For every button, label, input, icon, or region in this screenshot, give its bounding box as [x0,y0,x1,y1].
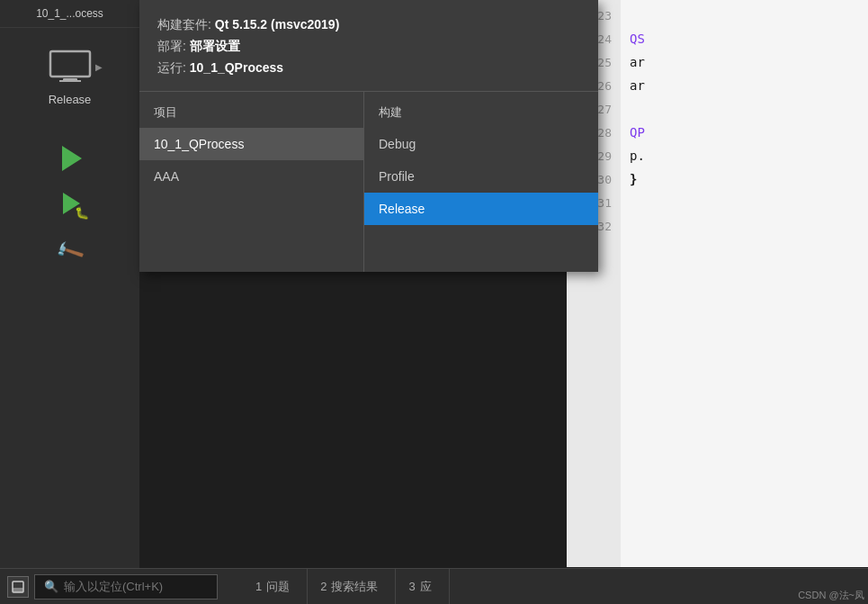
tab-label-problems: 问题 [266,579,290,595]
code-line-29: p. [630,144,859,167]
deploy-value: 部署设置 [190,39,240,53]
hammer-icon: 🔨 [53,236,85,268]
code-line-25: ar [630,50,859,74]
editor-area: 23 24 25 26 27 28 29 30 31 32 QS ar ar Q… [567,0,868,567]
tab-num-2: 2 [320,580,327,593]
code-line-30: } [630,167,859,191]
status-bar: 🔍 1 问题 2 搜索结果 3 应 CSDN @法~凤 [0,568,868,604]
chevron-right-icon: ▶ [95,62,103,72]
code-content[interactable]: QS ar ar QP p. } [621,0,868,567]
status-tab-app[interactable]: 3 应 [396,569,449,605]
builds-column: 构建 Debug Profile Release [364,92,598,272]
run-value: 10_1_QProcess [190,60,283,75]
code-line-31 [630,191,859,214]
deploy-prefix: 部署: [157,39,190,53]
code-line-23 [630,4,859,27]
search-bar[interactable]: 🔍 [34,574,218,599]
kit-info: 构建套件: Qt 5.15.2 (msvc2019) [157,14,580,36]
tab-label-app: 应 [420,579,432,595]
device-area: ▶ Release [0,28,139,115]
device-icon-container[interactable]: ▶ [43,44,97,89]
watermark: CSDN @法~凤 [794,587,868,604]
tab-num-1: 1 [255,580,262,593]
svg-rect-0 [50,51,90,77]
deploy-info: 部署: 部署设置 [157,36,580,58]
code-line-32 [630,214,859,238]
code-line-26: ar [630,74,859,97]
build-item-release[interactable]: Release [364,193,598,225]
status-tab-problems[interactable]: 1 问题 [243,569,308,605]
status-tab-search-results[interactable]: 2 搜索结果 [308,569,396,605]
run-button[interactable] [54,142,86,175]
bug-icon: 🐛 [75,206,89,220]
status-left: 🔍 [0,574,225,599]
release-mode-label: Release [49,93,92,106]
kit-prefix: 构建套件: [157,17,215,32]
play-icon [62,146,82,171]
build-item-debug[interactable]: Debug [364,128,598,160]
sidebar-actions: 🐛 🔨 [0,142,139,268]
build-config-popup: 构建套件: Qt 5.15.2 (msvc2019) 部署: 部署设置 运行: … [139,0,598,272]
status-tabs: 1 问题 2 搜索结果 3 应 [243,569,450,605]
popup-body: 项目 10_1_QProcess AAA 构建 Debug Profile Re… [139,92,598,272]
project-item-1[interactable]: AAA [139,160,363,193]
builds-col-header: 构建 [364,99,598,128]
build-item-profile[interactable]: Profile [364,160,598,193]
project-item-0[interactable]: 10_1_QProcess [139,128,363,160]
search-input[interactable] [64,580,208,593]
run-info: 运行: 10_1_QProcess [157,58,580,79]
build-button[interactable]: 🔨 [54,236,86,268]
code-line-24: QS [630,27,859,50]
search-icon: 🔍 [44,580,58,593]
project-label: 10_1_...ocess [0,0,139,28]
projects-col-header: 项目 [139,99,363,128]
run-prefix: 运行: [157,60,190,75]
panel-toggle-button[interactable] [7,576,29,598]
kit-value: Qt 5.15.2 (msvc2019) [215,17,340,32]
monitor-icon [49,50,92,84]
debug-run-button[interactable]: 🐛 [54,187,86,220]
popup-header: 构建套件: Qt 5.15.2 (msvc2019) 部署: 部署设置 运行: … [139,0,598,92]
tab-num-3: 3 [408,580,415,593]
svg-rect-4 [13,588,23,592]
tab-label-search: 搜索结果 [331,579,378,595]
panel-toggle-icon [12,581,24,593]
code-line-28: QP [630,121,859,144]
code-line-27 [630,97,859,121]
projects-column: 项目 10_1_QProcess AAA [139,92,364,272]
sidebar: 10_1_...ocess ▶ Release 🐛 🔨 [0,0,139,604]
